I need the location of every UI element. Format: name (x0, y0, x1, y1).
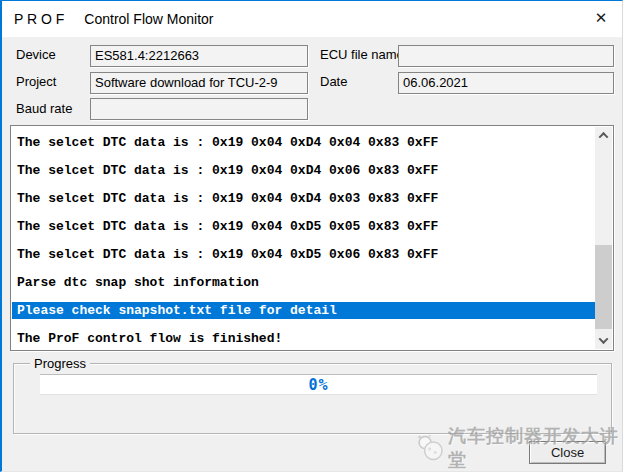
progress-groupbox: Progress 0% (13, 363, 612, 434)
log-line: The selcet DTC data is : 0x19 0x04 0xD4 … (12, 134, 595, 151)
log-line: The ProF control flow is finished! (12, 330, 595, 347)
log-row-selected[interactable]: Please check snapshot.txt file for detai… (12, 296, 595, 324)
titlebar[interactable]: P R O F Control Flow Monitor ✕ (2, 1, 622, 37)
app-title: P R O F (14, 11, 64, 27)
vertical-scrollbar[interactable] (595, 127, 612, 349)
log-row[interactable]: The selcet DTC data is : 0x19 0x04 0xD5 … (12, 240, 595, 268)
log-line: Please check snapshot.txt file for detai… (12, 302, 595, 319)
ecu-file-field[interactable] (398, 45, 614, 67)
scroll-up-button[interactable] (595, 127, 612, 144)
close-window-button[interactable]: ✕ (584, 3, 618, 33)
progress-bar: 0% (40, 374, 597, 395)
log-row[interactable]: The selcet DTC data is : 0x19 0x04 0xD4 … (12, 128, 595, 156)
scroll-down-button[interactable] (595, 332, 612, 349)
log-line: Parse dtc snap shot information (12, 274, 595, 291)
log-line: The selcet DTC data is : 0x19 0x04 0xD5 … (12, 246, 595, 263)
chevron-down-icon (599, 334, 609, 344)
project-field[interactable]: Software download for TCU-2-9 (90, 72, 308, 94)
progress-group-label: Progress (30, 356, 90, 371)
log-row[interactable]: The selcet DTC data is : 0x19 0x04 0xD5 … (12, 212, 595, 240)
baud-rate-label: Baud rate (16, 101, 72, 116)
log-row[interactable]: The selcet DTC data is : 0x19 0x04 0xD4 … (12, 156, 595, 184)
log-line: The selcet DTC data is : 0x19 0x04 0xD4 … (12, 162, 595, 179)
window-title: Control Flow Monitor (84, 11, 213, 27)
close-button[interactable]: Close (529, 441, 606, 464)
log-line: The selcet DTC data is : 0x19 0x04 0xD4 … (12, 190, 595, 207)
watermark-logo-icon (415, 432, 448, 464)
close-button-label: Close (551, 445, 584, 460)
ecu-file-label: ECU file name (320, 47, 404, 62)
log-row[interactable]: The selcet DTC data is : 0x19 0x04 0xD4 … (12, 184, 595, 212)
log-row[interactable]: Parse dtc snap shot information (12, 268, 595, 296)
scrollbar-thumb[interactable] (595, 245, 612, 329)
dialog-window: P R O F Control Flow Monitor ✕ Device ES… (0, 0, 623, 472)
log-line: The selcet DTC data is : 0x19 0x04 0xD5 … (12, 218, 595, 235)
project-label: Project (16, 74, 56, 89)
device-field[interactable]: ES581.4:2212663 (90, 45, 308, 67)
date-label: Date (320, 74, 347, 89)
log-content: The selcet DTC data is : 0x19 0x04 0xD4 … (12, 128, 595, 349)
date-field[interactable]: 06.06.2021 (398, 72, 614, 94)
device-label: Device (16, 47, 56, 62)
log-listbox: The selcet DTC data is : 0x19 0x04 0xD4 … (10, 125, 614, 351)
progress-percent: 0% (308, 376, 328, 394)
log-row[interactable]: The ProF control flow is finished! (12, 324, 595, 349)
baud-rate-field[interactable] (90, 98, 308, 120)
close-icon: ✕ (595, 9, 608, 27)
chevron-up-icon (599, 132, 609, 142)
